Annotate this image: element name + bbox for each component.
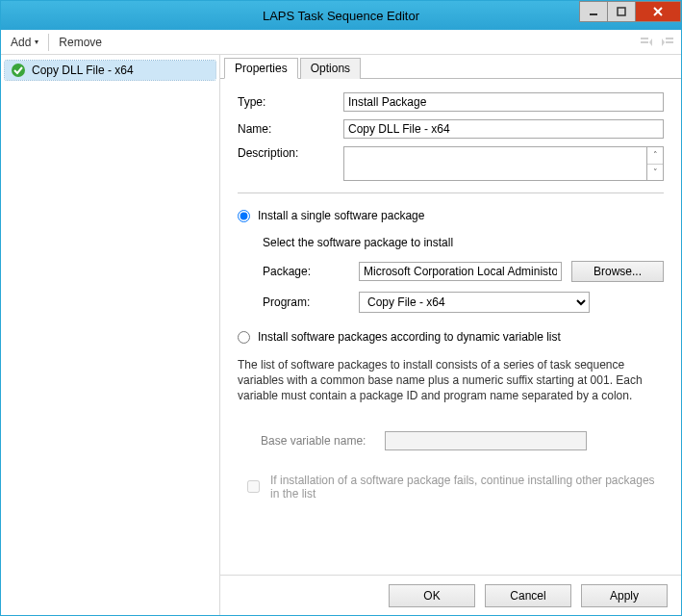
chevron-up-icon[interactable]: ˄ — [647, 147, 663, 165]
svg-rect-1 — [618, 8, 625, 15]
maximize-button[interactable] — [607, 1, 636, 22]
base-var-field — [385, 431, 587, 450]
base-var-label: Base variable name: — [261, 434, 366, 448]
svg-point-10 — [12, 64, 25, 77]
browse-button[interactable]: Browse... — [571, 261, 664, 282]
editor-window: LAPS Task Sequence Editor Add ▾ Remove — [0, 0, 682, 616]
indent-icon[interactable] — [660, 35, 675, 50]
svg-rect-0 — [590, 13, 597, 15]
main-split: Copy DLL File - x64 Properties Options T… — [1, 55, 681, 615]
install-dynamic-label: Install software packages according to d… — [258, 330, 561, 344]
install-dynamic-radio-row[interactable]: Install software packages according to d… — [238, 330, 664, 344]
type-field — [343, 92, 664, 112]
properties-tab-body: Type: Name: Description: ˄ ˅ — [220, 79, 681, 575]
svg-marker-6 — [649, 38, 652, 46]
package-label: Package: — [263, 265, 349, 278]
package-field[interactable] — [359, 262, 562, 281]
tree-item[interactable]: Copy DLL File - x64 — [5, 61, 215, 80]
tree-item-label: Copy DLL File - x64 — [32, 64, 134, 77]
step-tree[interactable]: Copy DLL File - x64 — [1, 55, 220, 615]
tab-bar: Properties Options — [220, 57, 681, 79]
close-button[interactable] — [635, 1, 681, 22]
close-icon — [652, 6, 664, 17]
remove-label: Remove — [59, 36, 102, 49]
single-package-block: Select the software package to install P… — [263, 236, 664, 313]
add-label: Add — [11, 36, 31, 49]
outdent-icon[interactable] — [639, 35, 654, 50]
name-label: Name: — [238, 122, 343, 136]
apply-button[interactable]: Apply — [581, 584, 668, 607]
svg-rect-7 — [666, 38, 673, 39]
description-field[interactable] — [343, 146, 646, 181]
continue-on-fail-checkbox — [247, 480, 260, 493]
svg-rect-4 — [641, 38, 648, 39]
description-label: Description: — [238, 146, 343, 160]
install-single-radio[interactable] — [238, 210, 250, 222]
tab-properties[interactable]: Properties — [224, 58, 298, 79]
add-menu-button[interactable]: Add ▾ — [7, 34, 42, 51]
toolbar-separator — [48, 34, 49, 51]
svg-rect-5 — [641, 41, 648, 43]
toolbar: Add ▾ Remove — [1, 30, 681, 55]
caret-down-icon: ▾ — [35, 38, 38, 46]
separator-line — [238, 192, 664, 193]
dynamic-info-text: The list of software packages to install… — [238, 357, 664, 404]
type-label: Type: — [238, 95, 343, 109]
package-success-icon — [11, 63, 26, 78]
tab-options[interactable]: Options — [300, 58, 361, 79]
install-single-radio-row[interactable]: Install a single software package — [238, 209, 664, 222]
program-select[interactable]: Copy File - x64 — [359, 292, 590, 313]
title-bar: LAPS Task Sequence Editor — [1, 1, 681, 30]
install-single-label: Install a single software package — [258, 209, 424, 222]
details-pane: Properties Options Type: Name: Descripti… — [220, 55, 681, 615]
maximize-icon — [617, 7, 626, 16]
svg-marker-9 — [662, 38, 665, 46]
description-spinner[interactable]: ˄ ˅ — [646, 146, 664, 181]
continue-on-fail-label: If installation of a software package fa… — [270, 474, 664, 500]
minimize-icon — [589, 7, 598, 16]
minimize-button[interactable] — [579, 1, 608, 22]
cancel-button[interactable]: Cancel — [485, 584, 571, 607]
remove-button[interactable]: Remove — [55, 34, 106, 51]
ok-button[interactable]: OK — [389, 584, 475, 607]
window-controls — [580, 1, 681, 22]
program-label: Program: — [263, 295, 349, 309]
install-dynamic-radio[interactable] — [238, 331, 250, 344]
dialog-footer: OK Cancel Apply — [220, 575, 681, 615]
chevron-down-icon[interactable]: ˅ — [647, 165, 663, 181]
svg-rect-8 — [666, 41, 673, 43]
window-title: LAPS Task Sequence Editor — [263, 9, 419, 23]
name-field[interactable] — [343, 119, 664, 139]
single-prompt: Select the software package to install — [263, 236, 664, 249]
